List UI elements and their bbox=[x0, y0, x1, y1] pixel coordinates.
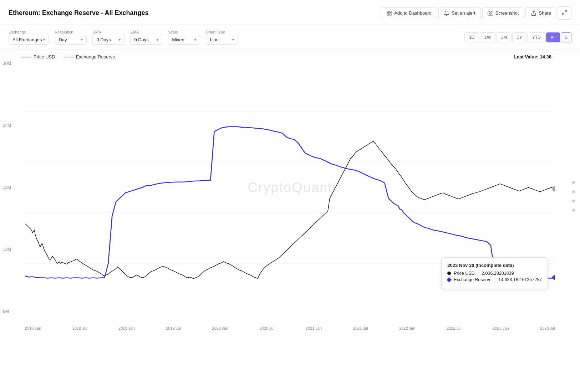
y-label-24m: 24M bbox=[3, 123, 11, 128]
svg-rect-3 bbox=[390, 14, 392, 15]
y-label-18m: 18M bbox=[3, 185, 11, 190]
chart-tooltip: 2023 Nov 20 (Incomplete data) Price USD … bbox=[441, 257, 548, 289]
chevron-down-icon: ▾ bbox=[119, 38, 121, 42]
x-label-2022jul: 2022 Jul bbox=[447, 326, 462, 330]
tooltip-date: 2023 Nov 20 (Incomplete data) bbox=[447, 263, 542, 268]
y-label-30m: 30M bbox=[3, 61, 11, 66]
sma-select[interactable]: 0 Days ▾ bbox=[92, 35, 124, 45]
exchange-label: Exchange bbox=[9, 30, 49, 34]
tooltip-price-icon bbox=[447, 272, 451, 275]
header-actions: Add to Dashboard Set an alert Screenshot… bbox=[381, 6, 571, 20]
chart-type-label: Chart Type bbox=[206, 30, 238, 34]
exchange-reserve-line bbox=[25, 127, 555, 278]
svg-line-7 bbox=[563, 13, 564, 15]
price-endpoint-marker bbox=[553, 187, 555, 191]
chevron-down-icon: ▾ bbox=[43, 38, 45, 42]
resolution-select[interactable]: Day ▾ bbox=[55, 35, 87, 45]
tooltip-price-row: Price USD : 2,036.28201839 bbox=[447, 271, 542, 276]
x-label-2019jul: 2019 Jul bbox=[166, 326, 181, 330]
tooltip-price-label: Price USD bbox=[454, 271, 474, 276]
sma-label: SMA bbox=[92, 30, 124, 34]
chevron-down-icon: ▾ bbox=[157, 38, 158, 42]
grid-icon bbox=[386, 10, 392, 16]
ema-label: EMA bbox=[130, 30, 162, 34]
x-label-2023jan: 2023 Jan bbox=[493, 326, 509, 330]
reserve-line-indicator bbox=[64, 57, 74, 57]
tooltip-reserve-icon bbox=[447, 277, 452, 282]
y-axis: 30M 24M 18M 12M 6M bbox=[3, 61, 11, 314]
bell-icon bbox=[444, 10, 449, 16]
chart-container: 30M 24M 18M 12M 6M CryptoQuant bbox=[0, 61, 580, 332]
scale-control: Scale Mixed ▾ bbox=[168, 30, 200, 45]
tooltip-reserve-label: Exchange Reserve bbox=[454, 277, 492, 282]
exchange-control: Exchange All Exchanges ▾ bbox=[9, 30, 49, 45]
x-label-2023jul: 2023 Jul bbox=[540, 326, 555, 330]
scale-select[interactable]: Mixed ▾ bbox=[168, 35, 200, 45]
svg-rect-2 bbox=[387, 14, 389, 15]
y-label-12m: 12M bbox=[3, 247, 11, 252]
x-label-2018jul: 2018 Jul bbox=[72, 326, 87, 330]
chart-type-control: Chart Type Line ▾ bbox=[206, 30, 238, 45]
sidebar-dot-3[interactable] bbox=[572, 200, 575, 202]
chart-legend: Price USD Exchange Reserve Last Value: 1… bbox=[0, 50, 580, 61]
legend-price: Price USD bbox=[21, 54, 55, 60]
price-line-indicator bbox=[21, 57, 31, 57]
chevron-down-icon: ▾ bbox=[81, 38, 83, 42]
sidebar-dot-2[interactable] bbox=[572, 190, 575, 193]
x-label-2021jul: 2021 Jul bbox=[353, 326, 368, 330]
page-title: Ethereum: Exchange Reserve - All Exchang… bbox=[9, 9, 148, 17]
svg-rect-0 bbox=[387, 11, 389, 13]
controls-bar: Exchange All Exchanges ▾ Resolution Day … bbox=[0, 25, 580, 50]
exchange-select[interactable]: All Exchanges ▾ bbox=[9, 35, 49, 45]
time-range-selector: 1D 1W 1M 1Y YTD All E bbox=[464, 32, 571, 42]
share-button[interactable]: Share bbox=[525, 7, 556, 19]
chart-type-select[interactable]: Line ▾ bbox=[206, 35, 238, 45]
right-sidebar bbox=[572, 181, 575, 212]
chevron-down-icon: ▾ bbox=[232, 38, 234, 42]
x-label-2020jan: 2020 Jan bbox=[212, 326, 228, 330]
x-label-2021jan: 2021 Jan bbox=[306, 326, 322, 330]
time-all-button[interactable]: All bbox=[546, 32, 560, 42]
sma-control: SMA 0 Days ▾ bbox=[92, 30, 124, 45]
svg-rect-1 bbox=[390, 11, 392, 13]
resolution-label: Resolution bbox=[55, 30, 87, 34]
resolution-control: Resolution Day ▾ bbox=[55, 30, 87, 45]
tooltip-reserve-colon: : bbox=[494, 277, 495, 282]
share-icon bbox=[531, 10, 536, 16]
time-1y-button[interactable]: 1Y bbox=[512, 32, 527, 42]
ema-control: EMA 0 Days ▾ bbox=[130, 30, 162, 45]
time-1w-button[interactable]: 1W bbox=[480, 32, 495, 42]
chevron-down-icon: ▾ bbox=[194, 38, 196, 42]
set-alert-button[interactable]: Set an alert bbox=[438, 7, 481, 19]
page-header: Ethereum: Exchange Reserve - All Exchang… bbox=[0, 0, 580, 25]
y-label-6m: 6M bbox=[3, 309, 11, 314]
x-axis: 2018 Jan 2018 Jul 2019 Jan 2019 Jul 2020… bbox=[25, 326, 555, 330]
tooltip-reserve-row: Exchange Reserve : 14,383,182.61357257 bbox=[447, 277, 542, 282]
chart-area: Price USD Exchange Reserve Last Value: 1… bbox=[0, 50, 580, 353]
camera-icon bbox=[488, 10, 493, 16]
screenshot-button[interactable]: Screenshot bbox=[482, 7, 524, 19]
ema-select[interactable]: 0 Days ▾ bbox=[130, 35, 162, 45]
x-label-2018jan: 2018 Jan bbox=[25, 326, 41, 330]
sidebar-dot-1[interactable] bbox=[572, 181, 575, 184]
x-label-2022jan: 2022 Jan bbox=[399, 326, 415, 330]
fullscreen-button[interactable] bbox=[558, 6, 571, 20]
x-label-2019jan: 2019 Jan bbox=[118, 326, 134, 330]
legend-reserve: Exchange Reserve bbox=[64, 54, 115, 60]
time-ytd-button[interactable]: YTD bbox=[528, 32, 545, 42]
tooltip-price-value: 2,036.28201839 bbox=[482, 271, 514, 276]
svg-line-6 bbox=[565, 10, 567, 12]
time-1d-button[interactable]: 1D bbox=[464, 32, 479, 42]
last-value-display: Last Value: 14.38 bbox=[514, 54, 551, 60]
time-1m-button[interactable]: 1M bbox=[496, 32, 512, 42]
svg-point-4 bbox=[489, 12, 491, 14]
tooltip-price-colon: : bbox=[478, 271, 479, 276]
reserve-endpoint-marker bbox=[551, 275, 555, 280]
fullscreen-icon bbox=[562, 10, 568, 15]
x-label-2020jul: 2020 Jul bbox=[260, 326, 275, 330]
tooltip-reserve-value: 14,383,182.61357257 bbox=[498, 277, 542, 282]
add-dashboard-button[interactable]: Add to Dashboard bbox=[381, 7, 437, 19]
time-extra-button[interactable]: E bbox=[561, 32, 571, 42]
sidebar-dot-4[interactable] bbox=[572, 209, 575, 212]
scale-label: Scale bbox=[168, 30, 200, 34]
